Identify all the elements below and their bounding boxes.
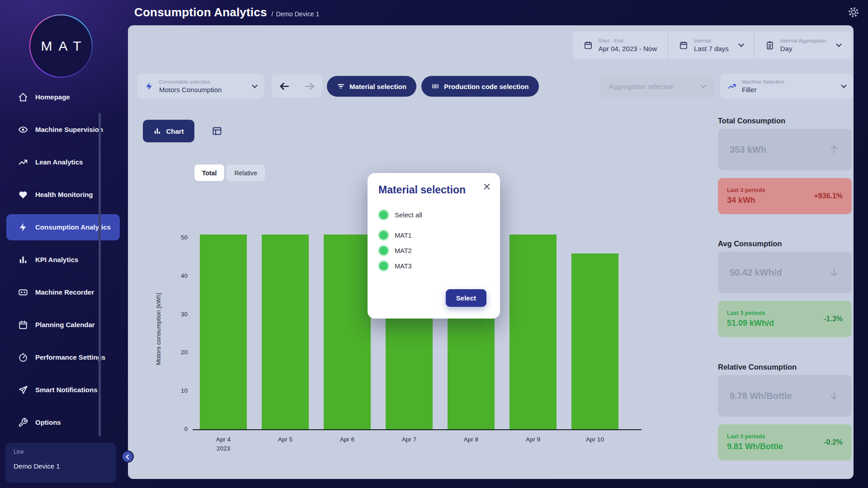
sidebar-item-machine-supervision[interactable]: Machine Supervision	[6, 117, 120, 143]
bolt-icon	[145, 82, 154, 91]
arrow-right-icon	[304, 80, 316, 92]
date-range-picker[interactable]: Start - End Apr 04, 2023 - Now	[573, 31, 668, 59]
barcode-icon	[431, 82, 439, 90]
kpi-value: 50.42 kWh/d	[730, 267, 782, 278]
kpi-group-relative-consumption: Relative Consumption9.78 Wh/BottleLast 3…	[718, 363, 852, 460]
kpi-period-change: -0.2%	[824, 438, 843, 446]
sidebar-item-label: Smart Notifications	[35, 386, 98, 394]
date-range-value: Apr 04, 2023 - Now	[599, 45, 657, 52]
sidebar-item-smart-notifications[interactable]: Smart Notifications	[6, 377, 120, 403]
kpi-period-value: 51.09 kWh/d	[727, 319, 774, 328]
x-tick-label: Apr 42023	[193, 435, 255, 453]
forward-button[interactable]	[304, 80, 316, 92]
breadcrumb-device: Demo Device 1	[276, 10, 319, 18]
kpi-group-total-consumption: Total Consumption353 kWhLast 3 periods34…	[718, 117, 852, 214]
date-range-text: Start - End Apr 04, 2023 - Now	[599, 38, 657, 52]
checkbox-on-icon[interactable]	[379, 231, 388, 239]
checkbox-on-icon[interactable]	[379, 262, 388, 270]
trend-down-icon	[828, 390, 840, 402]
x-tick-label: Apr 6	[316, 435, 378, 444]
kpi-period-change: -1.3%	[824, 315, 843, 323]
kpi-value-card: 50.42 kWh/d	[718, 252, 852, 293]
material-option-mat1[interactable]: MAT1	[378, 231, 489, 239]
history-nav	[272, 75, 322, 98]
kpi-period-left: Last 3 periods34 kWh	[727, 187, 765, 205]
settings-gear-button[interactable]	[847, 6, 860, 19]
table-view-button[interactable]	[211, 126, 223, 137]
checkbox-on-icon[interactable]	[379, 211, 388, 219]
sidebar-scrollbar[interactable]	[99, 113, 101, 436]
sidebar-item-lean-analytics[interactable]: Lean Analytics	[6, 149, 120, 175]
trend-up-icon	[828, 144, 840, 155]
modal-title: Material selection	[378, 184, 489, 196]
chevron-left-icon	[126, 454, 131, 459]
page-title: Consumption Analytics	[134, 5, 267, 19]
sidebar-item-label: Performance Settings	[35, 353, 105, 361]
modal-close-button[interactable]	[482, 182, 492, 192]
y-tick-label: 30	[168, 311, 188, 318]
sidebar-item-machine-recorder[interactable]: Machine Recorder	[6, 279, 120, 305]
toggle-total[interactable]: Total	[194, 164, 224, 181]
sidebar-item-options[interactable]: Options	[6, 409, 120, 436]
kpi-period-card: Last 3 periods51.09 kWh/d-1.3%	[718, 301, 852, 337]
chart-bar	[571, 253, 618, 430]
sidebar-collapse-button[interactable]	[122, 450, 134, 463]
sidebar-item-performance-settings[interactable]: Performance Settings	[6, 344, 120, 371]
production-code-button-label: Production code selection	[444, 83, 529, 90]
sidebar-nav: HomepageMachine SupervisionLean Analytic…	[0, 84, 128, 442]
x-tick-label: Apr 10	[564, 435, 626, 444]
wrench-icon	[18, 418, 28, 427]
aggregation-selection-placeholder: Aggregation selection	[609, 83, 674, 90]
recorder-icon	[18, 287, 28, 297]
consumable-selection-dropdown[interactable]: Consumable selection Motors Consumption	[137, 74, 264, 99]
material-option-mat3[interactable]: MAT3	[378, 262, 489, 270]
toggle-relative[interactable]: Relative	[226, 164, 265, 181]
send-icon	[18, 385, 28, 395]
chart-bar	[262, 235, 309, 430]
table-icon	[212, 126, 222, 136]
calendar-icon	[679, 41, 688, 50]
consumable-text: Consumable selection Motors Consumption	[159, 79, 222, 94]
sidebar-item-kpi-analytics[interactable]: KPI Analytics	[6, 247, 120, 273]
material-selection-button[interactable]: Material selection	[327, 76, 416, 97]
arrow-left-icon	[278, 80, 290, 92]
chart-view-button[interactable]: Chart	[143, 120, 194, 142]
sidebar-item-health-monitoring[interactable]: Health Monitoring	[6, 182, 120, 208]
y-tick-label: 10	[168, 387, 188, 394]
material-option-label: MAT3	[395, 263, 412, 270]
chart-bar	[200, 235, 247, 430]
sidebar-item-homepage[interactable]: Homepage	[6, 84, 120, 110]
back-button[interactable]	[278, 80, 290, 92]
y-tick-label: 40	[168, 272, 188, 279]
material-option-mat2[interactable]: MAT2	[378, 246, 489, 255]
header: Consumption Analytics / Demo Device 1	[0, 0, 868, 25]
select-all-row[interactable]: Select all	[378, 211, 489, 219]
checkbox-on-icon[interactable]	[379, 246, 388, 255]
gauge-icon	[18, 352, 28, 362]
kpi-period-label: Last 3 periods	[727, 310, 774, 316]
sidebar-item-label: Homepage	[35, 93, 70, 101]
x-axis-line	[193, 429, 642, 430]
sidebar-item-label: KPI Analytics	[35, 256, 78, 264]
y-tick-label: 0	[168, 426, 188, 432]
sidebar-item-label: Options	[35, 418, 61, 427]
chevron-down-icon	[252, 82, 258, 88]
material-options: MAT1MAT2MAT3	[378, 231, 489, 270]
device-card[interactable]: Line Demo Device 1	[5, 443, 116, 483]
eye-icon	[18, 125, 28, 135]
x-tick-label: Apr 8	[440, 435, 502, 444]
aggregation-selection-dropdown[interactable]: Aggregation selection	[600, 75, 714, 98]
material-selection-button-label: Material selection	[349, 83, 406, 90]
sidebar-item-consumption-analytics[interactable]: Consumption Analytics	[6, 214, 120, 240]
date-range-label: Start - End	[599, 38, 657, 43]
gear-icon	[848, 6, 859, 18]
kpi-value: 9.78 Wh/Bottle	[730, 391, 792, 401]
production-code-selection-button[interactable]: Production code selection	[421, 76, 539, 97]
calendar-icon	[584, 41, 593, 50]
breadcrumb: / Demo Device 1	[272, 10, 320, 18]
sidebar-item-planning-calendar[interactable]: Planning Calendar	[6, 312, 120, 338]
bolt-icon	[18, 222, 28, 232]
close-icon	[483, 183, 491, 191]
bar-chart-icon	[153, 127, 161, 135]
select-button[interactable]: Select	[446, 289, 486, 307]
